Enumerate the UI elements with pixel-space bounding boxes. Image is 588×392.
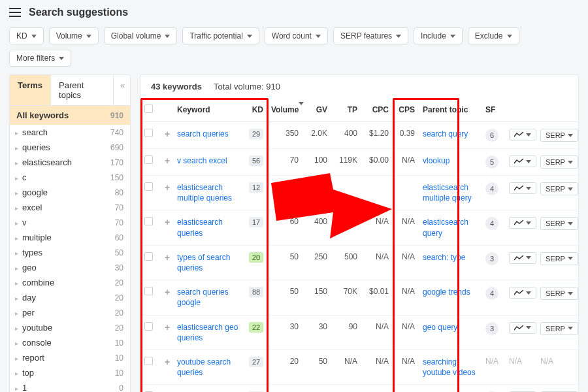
filter-volume[interactable]: Volume <box>49 27 99 44</box>
col-parent-topic[interactable]: Parent topic <box>419 98 482 122</box>
expand-icon[interactable]: + <box>163 357 172 367</box>
row-checkbox[interactable] <box>144 217 153 225</box>
sf-badge[interactable]: 4 <box>485 217 498 230</box>
sf-badge[interactable]: 5 <box>485 155 498 169</box>
sidebar-item[interactable]: ▸queries690 <box>10 140 130 155</box>
filter-more[interactable]: More filters <box>9 50 71 67</box>
col-cpc[interactable]: CPC <box>361 98 393 122</box>
expand-icon[interactable]: + <box>163 322 172 333</box>
chart-button[interactable] <box>509 322 536 334</box>
chart-button[interactable] <box>509 129 536 140</box>
col-cps[interactable]: CPS <box>393 98 419 122</box>
sf-badge[interactable]: 4 <box>485 287 498 300</box>
sidebar-item[interactable]: ▸day20 <box>10 290 130 305</box>
sidebar-item[interactable]: ▸types50 <box>10 245 130 260</box>
sidebar-item[interactable]: ▸c150 <box>10 170 130 185</box>
serp-button[interactable]: SERP <box>540 287 578 300</box>
expand-icon[interactable]: + <box>163 155 172 166</box>
parent-topic-link[interactable]: elasticsearch query <box>423 218 468 237</box>
sf-badge[interactable]: 3 <box>485 252 498 265</box>
sidebar-item[interactable]: ▸search740 <box>10 125 130 140</box>
chart-button[interactable] <box>509 252 536 264</box>
row-checkbox[interactable] <box>144 357 153 365</box>
keyword-link[interactable]: elasticsearch multiple queries <box>177 183 232 203</box>
filter-kd[interactable]: KD <box>9 27 44 44</box>
serp-button[interactable]: SERP <box>540 252 578 265</box>
sidebar-item[interactable]: ▸excel70 <box>10 200 130 215</box>
checkbox-all[interactable] <box>144 105 153 113</box>
keyword-link[interactable]: search queries google <box>177 287 229 307</box>
parent-topic-link[interactable]: search query <box>423 129 468 139</box>
row-checkbox[interactable] <box>144 155 153 164</box>
col-kd[interactable]: KD <box>245 98 267 122</box>
tab-terms[interactable]: Terms <box>10 75 51 105</box>
serp-button[interactable]: SERP <box>540 155 578 169</box>
serp-button[interactable]: SERP <box>540 182 578 195</box>
sidebar-item[interactable]: ▸combine20 <box>10 275 130 290</box>
parent-topic-link[interactable]: google trends <box>423 287 470 297</box>
col-tp[interactable]: TP <box>331 98 361 122</box>
serp-button[interactable]: SERP <box>540 217 578 230</box>
row-checkbox[interactable] <box>144 322 153 331</box>
sidebar-item[interactable]: ▸elasticsearch170 <box>10 155 130 170</box>
filter-include[interactable]: Include <box>414 27 463 44</box>
parent-topic-link[interactable]: elasticsearch multiple query <box>423 183 472 203</box>
collapse-sidebar-icon[interactable]: « <box>114 75 130 105</box>
sidebar-item[interactable]: ▸youtube20 <box>10 320 130 335</box>
chart-button[interactable] <box>509 155 536 167</box>
chart-button[interactable] <box>509 217 536 229</box>
sidebar-item[interactable]: ▸10 <box>10 380 130 392</box>
sf-badge[interactable]: 4 <box>485 182 498 195</box>
expand-icon[interactable]: + <box>163 287 172 297</box>
keyword-link[interactable]: v search excel <box>177 156 227 165</box>
keyword-link[interactable]: types of search queries <box>177 253 230 272</box>
sf-badge[interactable]: 6 <box>485 129 498 142</box>
keyword-link[interactable]: elasticsearch geo queries <box>177 323 238 342</box>
filter-serp-features[interactable]: SERP features <box>333 27 408 44</box>
hamburger-icon[interactable] <box>9 8 21 17</box>
serp-button[interactable]: SERP <box>540 322 578 335</box>
sidebar-item-label: multiple <box>22 233 52 242</box>
expand-icon[interactable]: + <box>163 217 172 227</box>
cell-cpc <box>361 176 393 210</box>
sidebar-item-count: 80 <box>115 188 123 197</box>
expand-icon[interactable]: + <box>163 129 172 139</box>
col-gv[interactable]: GV <box>302 98 331 122</box>
tab-parent-topics[interactable]: Parent topics <box>51 75 114 105</box>
sidebar-item-count: 30 <box>115 263 123 272</box>
sidebar-item[interactable]: ▸report10 <box>10 350 130 365</box>
chart-button[interactable] <box>509 287 536 299</box>
sidebar-item[interactable]: ▸google 80 <box>10 185 130 200</box>
row-checkbox[interactable] <box>144 182 153 191</box>
keyword-link[interactable]: elasticsearch queries <box>177 218 223 237</box>
col-volume[interactable]: Volume <box>267 98 302 122</box>
chart-button[interactable] <box>509 182 536 194</box>
sidebar-item-count: 10 <box>115 338 123 348</box>
keyword-link[interactable]: youtube search queries <box>177 357 231 377</box>
sidebar-item[interactable]: ▸console10 <box>10 335 130 350</box>
parent-topic-link[interactable]: geo query <box>423 323 457 332</box>
row-checkbox[interactable] <box>144 129 153 137</box>
parent-topic-link[interactable]: search: type <box>423 253 465 262</box>
parent-topic-link[interactable]: searching youtube videos <box>423 357 476 377</box>
col-keyword[interactable]: Keyword <box>173 98 245 122</box>
filter-exclude[interactable]: Exclude <box>468 27 519 44</box>
sidebar-all-keywords[interactable]: All keywords 910 <box>10 106 130 125</box>
col-sf[interactable]: SF <box>482 98 505 122</box>
parent-topic-link[interactable]: vlookup <box>423 156 449 165</box>
filter-global-volume[interactable]: Global volume <box>104 27 178 44</box>
expand-icon[interactable]: + <box>163 252 172 263</box>
row-checkbox[interactable] <box>144 252 153 261</box>
sf-badge[interactable]: 3 <box>485 322 498 335</box>
sidebar-item[interactable]: ▸geo30 <box>10 260 130 275</box>
keyword-link[interactable]: search queries <box>177 129 229 139</box>
filter-word-count[interactable]: Word count <box>265 27 328 44</box>
sidebar-item[interactable]: ▸multiple60 <box>10 230 130 245</box>
sidebar-item[interactable]: ▸v70 <box>10 215 130 230</box>
sidebar-item[interactable]: ▸per20 <box>10 305 130 320</box>
filter-traffic-potential[interactable]: Traffic potential <box>182 27 259 44</box>
serp-button[interactable]: SERP <box>540 129 578 142</box>
expand-icon[interactable]: + <box>163 182 172 193</box>
row-checkbox[interactable] <box>144 287 153 295</box>
sidebar-item[interactable]: ▸top10 <box>10 365 130 380</box>
